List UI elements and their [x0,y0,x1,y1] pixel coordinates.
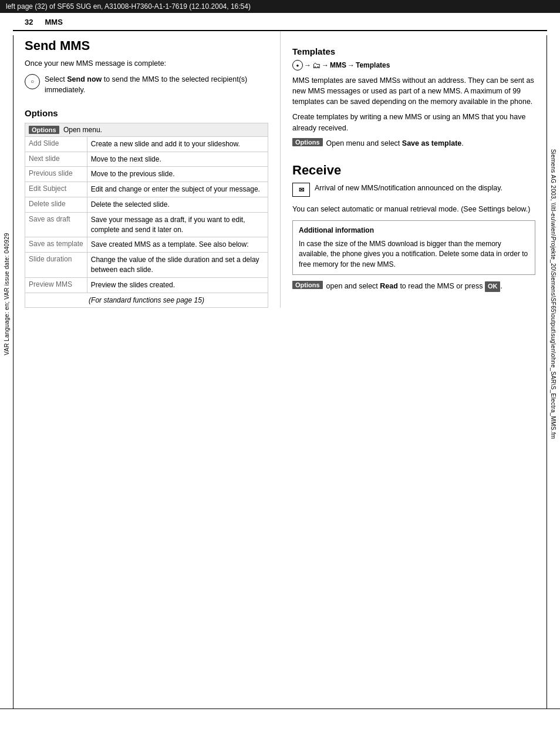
right-border-line [546,35,547,709]
receive-icon-text: Arrival of new MMS/notification announce… [315,183,502,193]
top-bar-label: left page (32) of SF65 SUG en, A31008-H7… [6,2,251,11]
ok-badge: OK [485,281,501,292]
bottom-bar [0,709,560,732]
option-label: Previous slide [25,167,87,182]
save-as-template-bold: Save as template [402,139,461,147]
additional-info-box: Additional information In case the size … [292,220,535,275]
nav-arrow3: → [348,61,355,69]
option-desc: Save created MMS as a template. See also… [87,237,268,253]
option-label: Add Slide [25,136,87,152]
send-now-row: ○ Select Send now to send the MMS to the… [25,74,268,100]
main-content: 32 MMS Send MMS Once your new MMS messag… [13,13,547,308]
side-left-text: VAR Language: en; VAR issue date: 040929 [4,233,10,355]
left-border-line [13,35,14,709]
side-right-text: Siemens AG 2003, \\Itl-eu\wien\Projekte_… [551,149,557,439]
side-left-margin: VAR Language: en; VAR issue date: 040929 [0,29,13,558]
nav-templates-label: Templates [356,61,390,69]
options-heading: Options [25,108,268,118]
table-row: Add Slide Create a new slide and add it … [25,136,268,152]
send-mms-heading: Send MMS [25,38,268,53]
option-desc: Change the value of the slide duration a… [87,253,268,278]
page-header: 32 MMS [13,13,547,31]
options-badge: Options [29,126,59,134]
table-row: Slide duration Change the value of the s… [25,253,268,278]
receive-body: You can select automatic or manual retri… [292,204,535,214]
options-header-cell: Options Open menu. [25,123,268,136]
table-row: Preview MMS Preview the slides created. [25,277,268,293]
option-desc: Move to the previous slide. [87,167,268,182]
right-column: Templates ● → 🗂 → MMS → Templates MMS te… [280,31,535,308]
send-circle-icon: ○ [25,74,40,89]
left-column: Send MMS Once your new MMS message is co… [25,31,280,308]
table-row: Save as draft Save your message as a dra… [25,212,268,237]
options-footer-cell: (For standard functions see page 15) [25,293,268,307]
nav-mms-label: MMS [330,61,346,69]
options-footer-row: (For standard functions see page 15) [25,293,268,307]
receive-heading: Receive [292,163,535,178]
option-desc: Edit and change or enter the subject of … [87,182,268,197]
top-bar: left page (32) of SF65 SUG en, A31008-H7… [0,0,560,13]
option-desc: Preview the slides created. [87,277,268,293]
receive-icon-row: ✉ Arrival of new MMS/notification announ… [292,183,535,198]
option-label: Save as draft [25,212,87,237]
options-open-menu-text: Open menu. [63,126,102,134]
info-box-text: In case the size of the MMS download is … [299,239,529,270]
option-desc: Create a new slide and add it to your sl… [87,136,268,152]
option-label: Slide duration [25,253,87,278]
option-label: Preview MMS [25,277,87,293]
table-row: Edit Subject Edit and change or enter th… [25,182,268,197]
mms-notification-icon: ✉ [292,183,310,197]
templates-nav-line: ● → 🗂 → MMS → Templates [292,60,535,70]
read-bold: Read [380,282,398,290]
option-desc: Save your message as a draft, if you wan… [87,212,268,237]
nav-arrow1: → [304,61,311,69]
table-row: Previous slide Move to the previous slid… [25,167,268,182]
two-col-layout: Send MMS Once your new MMS message is co… [13,31,547,308]
templates-body1: MMS templates are saved MMSs without an … [292,75,535,107]
templates-options-text: Open menu and select Save as template. [326,138,464,149]
side-right-margin: Siemens AG 2003, \\Itl-eu\wien\Projekte_… [547,29,560,558]
info-box-title: Additional information [299,226,529,236]
receive-options-row: Options open and select Read to read the… [292,281,535,297]
page-number: 32 [25,18,33,26]
table-row: Delete slide Delete the selected slide. [25,197,268,212]
option-desc: Move to the next slide. [87,152,268,167]
receive-options-badge: Options [292,281,323,289]
option-desc: Delete the selected slide. [87,197,268,212]
option-label: Edit Subject [25,182,87,197]
nav-folder-icon: 🗂 [312,61,321,70]
table-row: Next slide Move to the next slide. [25,152,268,167]
options-table: Options Open menu. Add Slide Create a ne… [25,123,268,308]
option-label: Save as template [25,237,87,253]
templates-body2: Create templates by writing a new MMS or… [292,112,535,133]
receive-options-text: open and select Read to read the MMS or … [326,281,502,292]
options-header-row: Options Open menu. [25,123,268,136]
send-mms-intro: Once your new MMS message is complete: [25,58,268,69]
option-label: Next slide [25,152,87,167]
table-row: Save as template Save created MMS as a t… [25,237,268,253]
nav-arrow2: → [322,61,329,69]
option-label: Delete slide [25,197,87,212]
nav-circle-icon: ● [292,60,303,70]
templates-options-badge: Options [292,138,323,146]
send-now-text: Select Send now to send the MMS to the s… [45,74,268,95]
send-now-bold: Send now [67,75,102,83]
templates-heading: Templates [292,46,535,56]
templates-options-row: Options Open menu and select Save as tem… [292,138,535,153]
page-title: MMS [45,18,62,26]
